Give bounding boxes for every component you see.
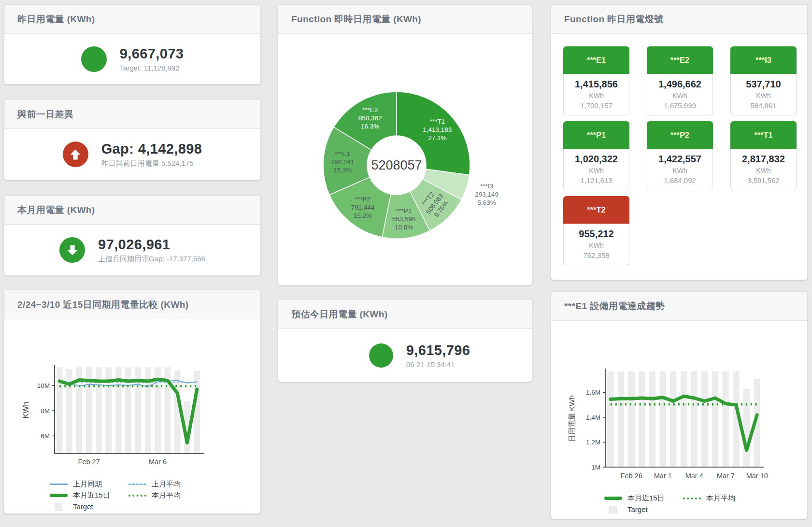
tile-body: 2,817,832KWh3,591,562 — [730, 149, 797, 190]
tile-header: ***P1 — [563, 121, 629, 149]
tile-target: 1,684,092 — [647, 176, 712, 185]
target-bar — [743, 389, 750, 467]
legend-dotted-swatch — [683, 498, 701, 499]
card-title: 昨日用電量 (KWh) — [17, 13, 95, 26]
target-bar — [618, 371, 624, 467]
tile-target: 1,675,939 — [647, 101, 712, 110]
x-tick-label: Feb 27 — [78, 458, 100, 466]
legend-item[interactable]: 上月平均 — [128, 479, 207, 490]
stat-subtitle: 昨日與前日用電量 5,524,175 — [101, 159, 202, 168]
y-tick-label: 10M — [37, 382, 50, 389]
y-axis-label: KWh — [22, 402, 30, 419]
card-title: 2/24~3/10 近15日同期用電量比較 (KWh) — [17, 299, 188, 311]
stat-value: 9,615,796 — [406, 342, 470, 358]
card-15day-comparison: 2/24~3/10 近15日同期用電量比較 (KWh) 6M8M10MFeb 2… — [4, 290, 261, 514]
target-bar — [639, 371, 645, 467]
stat-body: 9,615,796 06-21 15:34:41 — [307, 329, 532, 382]
comparison-line-chart: 6M8M10MFeb 27Mar 6KWh — [12, 364, 249, 477]
legend-item[interactable]: Target — [604, 504, 683, 515]
card-title: Function 即時日用電量 (KWh) — [291, 13, 421, 26]
status-ok-circle-icon — [81, 46, 107, 72]
comparison-chart-legend: 上月同期上月平均本月近15日本月平均Target — [50, 479, 209, 512]
stat-value: 9,667,073 — [120, 46, 184, 62]
status-tile-I3: ***I3537,710KWh584,861 — [730, 46, 797, 115]
card-month-usage: 本月用電量 (KWh) 97,026,961 上個月同期用電Gap: -17,3… — [4, 195, 261, 276]
stat-value: Gap: 4,142,898 — [101, 141, 202, 157]
target-bar — [691, 371, 697, 467]
tile-header: ***I3 — [730, 46, 797, 74]
target-bar — [670, 371, 676, 467]
tile-target: 1,121,613 — [564, 176, 629, 185]
card-header: 2/24~3/10 近15日同期用電量比較 (KWh) — [4, 290, 260, 319]
target-bar — [649, 371, 655, 467]
tile-header: ***E1 — [563, 46, 629, 74]
tile-target: 584,861 — [731, 101, 796, 110]
dashboard-page: 昨日用電量 (KWh) 9,667,073 Target: 11,128,992… — [0, 0, 812, 527]
legend-item[interactable]: 本月平均 — [128, 490, 207, 501]
status-tile-P1: ***P11,020,322KWh1,121,613 — [563, 121, 629, 190]
card-estimate-today: 預估今日用電量 (KWh) 9,615,796 06-21 15:34:41 — [278, 299, 532, 382]
stat-subtitle: 上個月同期用電Gap: -17,377,566 — [98, 255, 205, 264]
legend-item[interactable]: 本月平均 — [683, 493, 762, 504]
legend-thick-swatch — [604, 497, 622, 500]
x-tick-label: Mar 6 — [149, 458, 167, 466]
y-tick-label: 1.2M — [586, 439, 600, 446]
y-tick-label: 1.6M — [586, 389, 600, 396]
status-tile-grid: ***E11,415,856KWh1,700,157***E21,496,662… — [551, 34, 807, 265]
tile-unit: KWh — [564, 92, 629, 100]
y-axis-label: 日用電量 KWh — [568, 395, 576, 442]
trend-line-chart: 1M1.2M1.4M1.6MFeb 26Mar 1Mar 4Mar 7Mar 1… — [559, 367, 796, 491]
legend-label: 上月平均 — [152, 480, 181, 489]
legend-square-swatch — [55, 503, 62, 511]
stat-body: 9,667,073 Target: 11,128,992 — [4, 34, 260, 84]
legend-item[interactable]: 本月近15日 — [604, 493, 683, 504]
legend-label: Target — [73, 502, 93, 511]
donut-center-total: 5208057 — [371, 158, 422, 172]
tile-value: 537,710 — [731, 79, 796, 90]
legend-dotted-swatch — [128, 495, 146, 497]
target-bar — [628, 371, 634, 467]
card-header: 本月用電量 (KWh) — [4, 196, 260, 225]
status-ok-circle-icon — [369, 343, 393, 368]
arrow-down-circle-icon — [59, 237, 85, 263]
legend-item[interactable]: 本月近15日 — [50, 490, 128, 501]
donut-segment-label: ***I3293,1495.63% — [475, 183, 499, 206]
tile-target: 3,591,562 — [731, 176, 796, 185]
tile-value: 1,415,856 — [564, 79, 629, 90]
tile-target: 1,700,157 — [564, 101, 629, 110]
target-bar — [701, 371, 708, 467]
y-tick-label: 1.4M — [586, 414, 600, 421]
tile-body: 1,415,856KWh1,700,157 — [563, 74, 629, 115]
tile-value: 1,422,557 — [647, 154, 712, 165]
trend-chart-legend: 本月近15日本月平均Target — [604, 493, 764, 515]
card-header: 昨日用電量 (KWh) — [4, 5, 260, 34]
x-tick-label: Mar 1 — [654, 472, 672, 480]
target-bar — [712, 371, 718, 467]
tile-header: ***T1 — [730, 121, 797, 149]
target-bar — [194, 371, 200, 454]
y-tick-label: 1M — [591, 464, 600, 471]
arrow-up-icon — [69, 148, 82, 161]
legend-thick-swatch — [50, 494, 68, 497]
card-status-lights: Function 昨日用電燈號 ***E11,415,856KWh1,700,1… — [551, 4, 808, 280]
legend-line-swatch — [50, 484, 68, 485]
donut-chart: ***T11,413,18327.1%***I3293,1495.63%***T… — [278, 34, 533, 285]
target-bar — [681, 371, 687, 467]
stat-value: 97,026,961 — [98, 237, 205, 253]
card-header: ***E1 設備用電達成趨勢 — [551, 292, 807, 321]
y-tick-label: 8M — [41, 407, 50, 414]
legend-item[interactable]: Target — [50, 501, 128, 512]
card-header: 預估今日用電量 (KWh) — [278, 300, 532, 329]
tile-body: 955,212KWh762,358 — [563, 224, 629, 265]
tile-value: 2,817,832 — [731, 154, 796, 165]
card-title: 本月用電量 (KWh) — [17, 204, 95, 216]
tile-value: 1,496,662 — [647, 79, 712, 90]
legend-item[interactable]: 上月同期 — [50, 479, 128, 490]
tile-unit: KWh — [647, 92, 712, 100]
x-tick-label: Mar 10 — [746, 472, 768, 480]
tile-header: ***P2 — [647, 121, 713, 149]
arrow-down-icon — [66, 243, 79, 257]
stat-body: 97,026,961 上個月同期用電Gap: -17,377,566 — [4, 225, 260, 275]
legend-label: 本月近15日 — [73, 491, 110, 500]
x-tick-label: Mar 7 — [717, 472, 735, 480]
